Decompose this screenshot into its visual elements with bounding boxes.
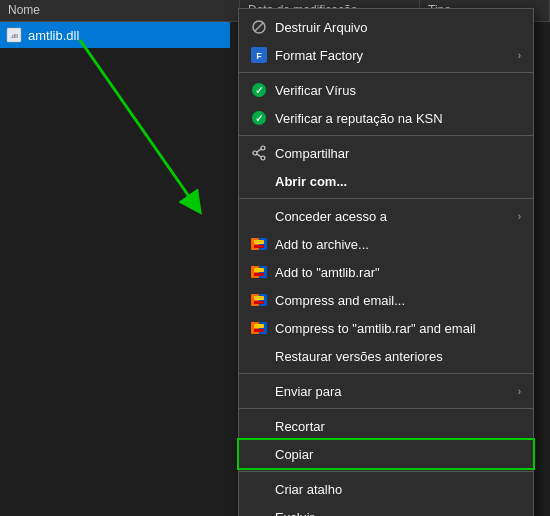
svg-text:✓: ✓ bbox=[255, 113, 263, 124]
svg-line-16 bbox=[257, 154, 261, 157]
compress-amtlib-email-label: Compress to "amtlib.rar" and email bbox=[275, 321, 521, 336]
menu-item-cut[interactable]: Recortar bbox=[239, 412, 533, 440]
svg-text:F: F bbox=[256, 51, 262, 61]
add-archive-label: Add to archive... bbox=[275, 237, 521, 252]
svg-line-3 bbox=[80, 40, 195, 205]
verify-virus-label: Verificar Vírus bbox=[275, 83, 521, 98]
svg-rect-23 bbox=[254, 268, 264, 272]
send-to-submenu-arrow: › bbox=[518, 386, 521, 397]
restore-label: Restaurar versões anteriores bbox=[275, 349, 521, 364]
open-with-icon bbox=[251, 173, 267, 189]
svg-text:.dll: .dll bbox=[10, 33, 18, 39]
shortcut-icon bbox=[251, 481, 267, 497]
menu-item-destroy[interactable]: Destruir Arquivo bbox=[239, 13, 533, 41]
menu-item-verify-ksn[interactable]: ✓ Verificar a reputação na KSN bbox=[239, 104, 533, 132]
svg-line-15 bbox=[257, 149, 261, 152]
share-icon bbox=[251, 145, 267, 161]
destroy-icon bbox=[251, 19, 267, 35]
menu-item-add-archive[interactable]: Add to archive... bbox=[239, 230, 533, 258]
delete-icon bbox=[251, 509, 267, 516]
send-to-label: Enviar para bbox=[275, 384, 510, 399]
restore-icon bbox=[251, 348, 267, 364]
share-label: Compartilhar bbox=[275, 146, 521, 161]
file-item[interactable]: .dll amtlib.dll bbox=[0, 22, 230, 48]
file-icon: .dll bbox=[6, 27, 22, 43]
delete-label: Excluir bbox=[275, 510, 521, 517]
svg-rect-20 bbox=[254, 245, 264, 248]
menu-item-compress-amtlib-email[interactable]: Compress to "amtlib.rar" and email bbox=[239, 314, 533, 342]
menu-item-add-amtlib[interactable]: Add to "amtlib.rar" bbox=[239, 258, 533, 286]
destroy-label: Destruir Arquivo bbox=[275, 20, 521, 35]
format-factory-submenu-arrow: › bbox=[518, 50, 521, 61]
explorer-background: Nome Data de modificação Tipo .dll amtli… bbox=[0, 0, 550, 516]
menu-separator bbox=[239, 471, 533, 472]
verify-ksn-label: Verificar a reputação na KSN bbox=[275, 111, 521, 126]
svg-rect-31 bbox=[254, 324, 264, 328]
menu-item-shortcut[interactable]: Criar atalho bbox=[239, 475, 533, 503]
grant-access-icon bbox=[251, 208, 267, 224]
context-menu: Destruir Arquivo F Format Factory› ✓ Ver… bbox=[238, 8, 534, 516]
format-factory-icon: F bbox=[251, 47, 267, 63]
svg-rect-19 bbox=[254, 240, 264, 244]
add-amtlib-icon bbox=[251, 264, 267, 280]
green-arrow bbox=[60, 30, 220, 230]
menu-item-verify-virus[interactable]: ✓ Verificar Vírus bbox=[239, 76, 533, 104]
menu-item-send-to[interactable]: Enviar para› bbox=[239, 377, 533, 405]
svg-point-12 bbox=[261, 146, 265, 150]
open-with-label: Abrir com... bbox=[275, 174, 521, 189]
compress-email-icon bbox=[251, 292, 267, 308]
menu-separator bbox=[239, 135, 533, 136]
menu-item-open-with[interactable]: Abrir com... bbox=[239, 167, 533, 195]
verify-virus-icon: ✓ bbox=[251, 82, 267, 98]
svg-rect-24 bbox=[254, 273, 264, 276]
format-factory-label: Format Factory bbox=[275, 48, 510, 63]
copy-label: Copiar bbox=[275, 447, 521, 462]
cut-label: Recortar bbox=[275, 419, 521, 434]
menu-separator bbox=[239, 408, 533, 409]
col-name: Nome bbox=[0, 0, 240, 21]
verify-ksn-icon: ✓ bbox=[251, 110, 267, 126]
svg-point-13 bbox=[261, 156, 265, 160]
menu-item-share[interactable]: Compartilhar bbox=[239, 139, 533, 167]
menu-item-restore[interactable]: Restaurar versões anteriores bbox=[239, 342, 533, 370]
add-archive-icon bbox=[251, 236, 267, 252]
grant-access-submenu-arrow: › bbox=[518, 211, 521, 222]
svg-rect-27 bbox=[254, 296, 264, 300]
svg-point-14 bbox=[253, 151, 257, 155]
menu-item-copy[interactable]: Copiar bbox=[239, 440, 533, 468]
svg-rect-32 bbox=[254, 329, 264, 332]
svg-rect-28 bbox=[254, 301, 264, 304]
svg-text:✓: ✓ bbox=[255, 85, 263, 96]
cut-icon bbox=[251, 418, 267, 434]
file-name: amtlib.dll bbox=[28, 28, 79, 43]
menu-separator bbox=[239, 198, 533, 199]
shortcut-label: Criar atalho bbox=[275, 482, 521, 497]
menu-item-compress-email[interactable]: Compress and email... bbox=[239, 286, 533, 314]
add-amtlib-label: Add to "amtlib.rar" bbox=[275, 265, 521, 280]
menu-separator bbox=[239, 373, 533, 374]
menu-separator bbox=[239, 72, 533, 73]
send-to-icon bbox=[251, 383, 267, 399]
menu-item-delete[interactable]: Excluir bbox=[239, 503, 533, 516]
grant-access-label: Conceder acesso a bbox=[275, 209, 510, 224]
compress-email-label: Compress and email... bbox=[275, 293, 521, 308]
svg-line-5 bbox=[255, 23, 263, 31]
menu-item-grant-access[interactable]: Conceder acesso a› bbox=[239, 202, 533, 230]
compress-amtlib-email-icon bbox=[251, 320, 267, 336]
copy-icon bbox=[251, 446, 267, 462]
menu-item-format-factory[interactable]: F Format Factory› bbox=[239, 41, 533, 69]
